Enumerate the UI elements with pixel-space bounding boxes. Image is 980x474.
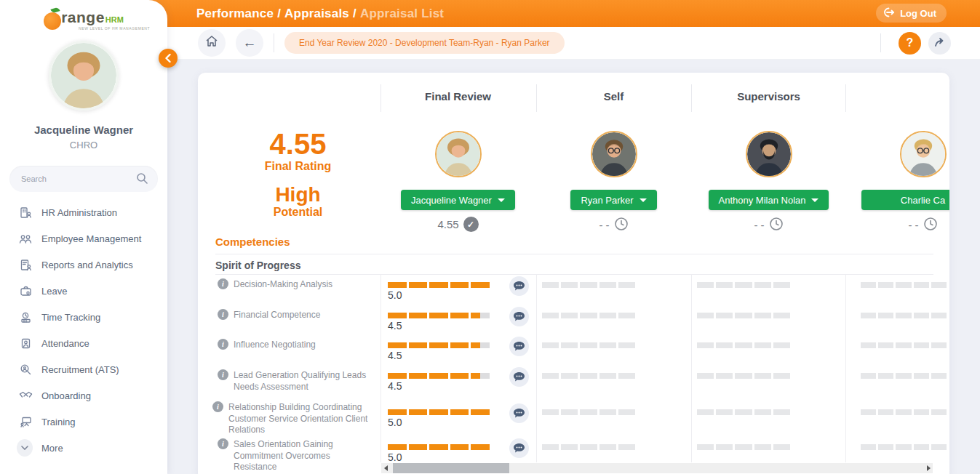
comment-button[interactable]	[509, 403, 529, 423]
reviewer-status: 4.55 ✓	[437, 217, 478, 232]
section-divider	[215, 254, 933, 254]
appraisal-card: Final Review Self Supervisors 4.55 Final…	[198, 73, 949, 474]
sidebar-item-employee-management[interactable]: Employee Management	[0, 225, 167, 252]
handshake-icon	[18, 390, 33, 402]
sidebar-item-onboarding[interactable]: Onboarding	[0, 382, 167, 409]
placeholder-bar	[542, 342, 635, 348]
info-icon[interactable]: i	[218, 309, 228, 320]
placeholder-bar	[542, 313, 635, 318]
comment-button[interactable]	[509, 337, 529, 356]
sidebar-nav: HR Administration Employee Management Re…	[0, 199, 167, 461]
sidebar-collapse-button[interactable]	[159, 49, 178, 68]
sidebar-item-recruitment[interactable]: Recruitment (ATS)	[0, 356, 167, 382]
sidebar-item-more[interactable]: More	[0, 435, 167, 461]
breadcrumb-performance[interactable]: Performance	[196, 7, 274, 20]
back-button[interactable]: ←	[236, 29, 263, 57]
sidebar-item-hr-administration[interactable]: HR Administration	[0, 199, 167, 225]
competencies-heading: Competencies	[215, 236, 290, 248]
comment-button[interactable]	[509, 276, 529, 296]
toolbar-divider	[274, 33, 274, 52]
reviewer-status: - -	[754, 217, 783, 233]
reviewer-extra: Charlie Ca - -	[845, 131, 949, 233]
grid-divider	[381, 274, 381, 462]
final-rating-label: Final Rating	[215, 160, 381, 173]
rating-bar	[388, 373, 490, 379]
user-avatar	[49, 41, 119, 111]
building-icon	[18, 206, 33, 219]
scroll-left-arrow[interactable]	[381, 463, 390, 473]
placeholder-bar	[542, 409, 635, 415]
placeholder-bar	[697, 313, 790, 318]
horizontal-scrollbar[interactable]	[381, 463, 933, 473]
back-arrow-icon: ←	[243, 35, 257, 51]
breadcrumb: Performance/Appraisals/Appraisal List	[196, 7, 444, 21]
user-name: Jacqueline Wagner	[0, 124, 167, 136]
chevron-down-icon	[640, 198, 647, 202]
sidebar-item-training[interactable]: Training	[0, 409, 167, 435]
scroll-right-arrow[interactable]	[924, 463, 933, 473]
reviewer-select-ryan[interactable]: Ryan Parker	[570, 190, 656, 210]
breadcrumb-appraisals[interactable]: Appraisals	[284, 7, 349, 20]
rating-value: 4.5	[388, 320, 402, 332]
comment-button[interactable]	[509, 438, 529, 458]
rating-value: 4.5	[388, 350, 402, 361]
avatar-jacqueline-wagner	[435, 131, 482, 177]
sidebar-item-reports-and-analytics[interactable]: Reports and Analytics	[0, 252, 167, 278]
potential-value: High	[215, 185, 381, 205]
review-title-pill[interactable]: End Year Review 2020 - Development Team-…	[284, 32, 565, 54]
rating-value: 4.5	[388, 380, 402, 392]
logout-icon	[883, 7, 895, 20]
reviewer-status: - -	[908, 217, 937, 233]
appraisal-page: Performance/Appraisals/Appraisal List Lo…	[0, 0, 980, 474]
sidebar-item-attendance[interactable]: Attendance	[0, 330, 167, 356]
info-icon[interactable]: i	[218, 339, 228, 350]
rating-bar	[388, 409, 490, 415]
help-button[interactable]: ?	[899, 32, 921, 55]
chevron-down-icon	[498, 198, 505, 202]
clock-icon	[18, 311, 33, 324]
top-header-bar: Performance/Appraisals/Appraisal List Lo…	[149, 0, 980, 27]
avatar-ryan-parker	[591, 131, 637, 177]
info-icon[interactable]: i	[218, 278, 228, 289]
orangehrm-logo: rangeHRM NEW LEVEL OF HR MANAGEMENT	[0, 0, 167, 33]
search-icon[interactable]	[136, 172, 148, 188]
rating-value: 5.0	[388, 417, 402, 428]
reviewer-select-charlie[interactable]: Charlie Ca	[861, 190, 950, 210]
logout-button[interactable]: Log Out	[876, 4, 947, 23]
info-icon[interactable]: i	[218, 438, 228, 449]
presentation-icon	[18, 416, 33, 428]
reviewer-select-anthony[interactable]: Anthony Milan Nolan	[709, 190, 829, 210]
rating-bar	[388, 282, 490, 288]
comment-button[interactable]	[509, 367, 529, 387]
info-icon[interactable]: i	[218, 369, 228, 380]
potential-label: Potential	[215, 206, 381, 219]
comment-button[interactable]	[509, 307, 529, 326]
avatar-anthony-milan-nolan	[746, 131, 792, 177]
grid-divider	[845, 274, 846, 462]
chevron-down-icon	[17, 439, 33, 457]
report-icon	[18, 259, 33, 271]
sidebar-item-leave[interactable]: Leave	[0, 278, 167, 304]
scrollbar-thumb[interactable]	[393, 463, 509, 473]
column-header-supervisors: Supervisors	[691, 90, 846, 103]
placeholder-bar	[542, 373, 635, 379]
magnifier-person-icon	[18, 363, 33, 376]
reviewer-final-review: Jacqueline Wagner 4.55 ✓	[381, 131, 535, 232]
clock-icon	[614, 217, 629, 233]
sidebar-item-time-tracking[interactable]: Time Tracking	[0, 304, 167, 330]
placeholder-bar	[697, 342, 790, 348]
placeholder-bar	[861, 409, 947, 415]
rating-bar	[388, 342, 490, 348]
placeholder-bar	[861, 282, 947, 288]
placeholder-bar	[542, 444, 635, 450]
reviewer-select-jacqueline[interactable]: Jacqueline Wagner	[401, 190, 515, 210]
info-icon[interactable]: i	[212, 401, 223, 412]
sidebar-search	[9, 166, 158, 192]
home-button[interactable]	[198, 29, 226, 57]
rating-summary: 4.55 Final Rating High Potential	[215, 129, 381, 219]
competency-group-heading: Spirit of Progress	[215, 260, 300, 271]
placeholder-bar	[861, 313, 947, 318]
home-icon	[205, 35, 218, 52]
share-button[interactable]	[928, 32, 951, 55]
placeholder-bar	[697, 373, 790, 379]
